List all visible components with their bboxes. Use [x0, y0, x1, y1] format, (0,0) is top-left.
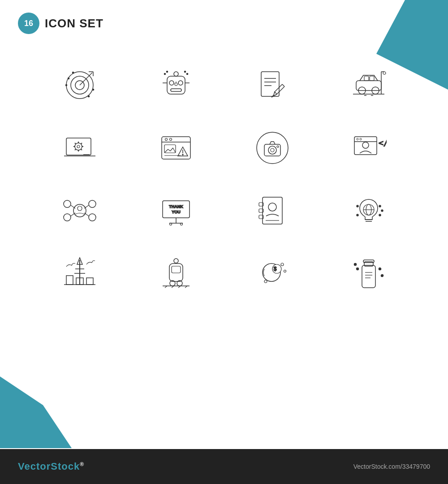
svg-line-53 — [81, 149, 82, 150]
target-icon — [53, 58, 107, 112]
svg-line-32 — [282, 84, 284, 86]
svg-point-111 — [379, 214, 381, 216]
svg-point-135 — [264, 280, 267, 283]
svg-point-13 — [178, 81, 183, 85]
svg-point-10 — [92, 89, 94, 91]
svg-line-55 — [75, 149, 76, 150]
svg-point-83 — [64, 200, 71, 207]
svg-point-86 — [89, 214, 96, 221]
svg-rect-91 — [163, 201, 190, 218]
footer-bar: VectorStock® VectorStock.com/33479700 — [0, 449, 448, 484]
svg-point-112 — [357, 205, 358, 207]
svg-point-9 — [88, 96, 89, 97]
browser-warning-icon — [149, 121, 203, 175]
svg-point-69 — [182, 154, 183, 155]
document-edit-icon — [246, 58, 299, 112]
svg-rect-140 — [363, 260, 374, 263]
svg-rect-61 — [164, 145, 176, 153]
svg-line-54 — [81, 143, 82, 144]
svg-rect-14 — [171, 89, 181, 91]
svg-point-19 — [164, 73, 165, 75]
svg-point-113 — [357, 214, 358, 216]
header: 16 ICON SET — [18, 13, 103, 34]
svg-rect-44 — [66, 138, 91, 155]
svg-point-82 — [78, 206, 82, 211]
svg-rect-33 — [356, 81, 381, 91]
svg-rect-98 — [263, 197, 282, 224]
svg-line-52 — [75, 143, 76, 144]
svg-point-99 — [268, 203, 276, 211]
thank-you-sign-icon: THANK YOU — [149, 184, 203, 238]
svg-point-23 — [175, 83, 177, 86]
svg-point-21 — [186, 73, 188, 75]
avatar-code-icon: </> — [342, 121, 396, 175]
footer-registered: ® — [80, 461, 84, 467]
svg-point-85 — [64, 214, 71, 221]
svg-rect-120 — [86, 278, 93, 285]
svg-point-109 — [379, 205, 381, 207]
svg-point-47 — [77, 145, 80, 148]
svg-line-65 — [173, 148, 176, 153]
svg-line-62 — [164, 149, 168, 153]
icon-grid: </> THANK YOU — [27, 49, 421, 309]
svg-point-131 — [174, 259, 178, 263]
svg-point-144 — [356, 268, 358, 270]
svg-rect-25 — [261, 72, 279, 96]
svg-point-15 — [174, 72, 178, 76]
svg-line-64 — [170, 148, 173, 151]
svg-text:$: $ — [273, 266, 276, 272]
svg-point-146 — [379, 268, 381, 270]
money-mind-icon: $ — [246, 246, 299, 300]
svg-rect-35 — [370, 76, 374, 81]
train-icon — [149, 246, 203, 300]
robot-icon — [149, 58, 203, 112]
footer-logo: VectorStock® — [18, 461, 84, 472]
svg-point-60 — [169, 138, 172, 141]
corner-decoration-bottom — [0, 376, 72, 448]
laptop-settings-icon — [53, 121, 107, 175]
svg-point-70 — [257, 132, 288, 164]
svg-point-43 — [383, 72, 386, 74]
svg-point-20 — [166, 71, 168, 73]
camera-circle-icon — [246, 121, 299, 175]
svg-point-84 — [89, 200, 96, 207]
medicine-bottle-icon — [342, 246, 396, 300]
svg-rect-123 — [172, 266, 181, 273]
svg-point-12 — [169, 81, 174, 85]
svg-point-110 — [381, 210, 383, 212]
badge-number: 16 — [18, 13, 39, 34]
page-title: ICON SET — [45, 17, 103, 30]
svg-line-29 — [275, 84, 282, 92]
svg-line-30 — [277, 86, 284, 94]
svg-point-22 — [184, 71, 185, 73]
tower-city-icon — [53, 246, 107, 300]
svg-text:THANK: THANK — [169, 204, 183, 209]
svg-point-74 — [277, 146, 279, 147]
svg-line-63 — [168, 149, 170, 151]
svg-point-73 — [271, 148, 274, 152]
svg-point-77 — [362, 142, 369, 148]
svg-point-72 — [268, 146, 276, 154]
address-book-icon — [246, 184, 299, 238]
footer-logo-text: VectorStock — [18, 461, 80, 472]
svg-point-80 — [360, 138, 362, 140]
footer-url: VectorStock.com/33479700 — [353, 463, 430, 470]
network-person-icon — [53, 184, 107, 238]
svg-point-136 — [281, 263, 284, 266]
svg-line-3 — [80, 73, 92, 85]
svg-point-7 — [68, 78, 69, 79]
svg-rect-34 — [364, 76, 369, 81]
svg-rect-119 — [66, 276, 73, 285]
globe-bulb-icon — [342, 184, 396, 238]
svg-point-8 — [72, 72, 73, 73]
svg-rect-75 — [354, 137, 377, 155]
svg-text:</>: </> — [379, 138, 387, 147]
svg-text:YOU: YOU — [172, 210, 181, 214]
svg-point-6 — [65, 85, 67, 86]
car-road-icon — [342, 58, 396, 112]
svg-point-59 — [165, 138, 167, 141]
svg-point-147 — [381, 275, 383, 277]
svg-point-46 — [75, 143, 82, 150]
svg-rect-138 — [362, 265, 375, 288]
svg-point-137 — [284, 270, 286, 272]
